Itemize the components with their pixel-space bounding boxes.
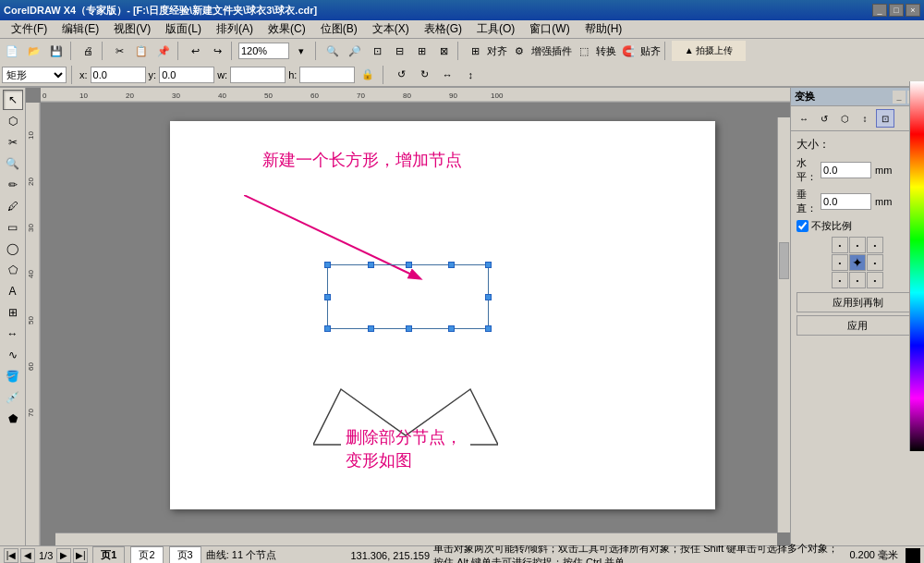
apply-again-button[interactable]: 应用到再制 <box>796 292 918 312</box>
tg-mr[interactable]: • <box>867 254 883 271</box>
open-button[interactable]: 📂 <box>24 41 44 61</box>
smart-draw-tool[interactable]: 🖊 <box>3 196 23 216</box>
zoom-dropdown[interactable]: ▾ <box>291 41 311 61</box>
vertical-scrollbar[interactable] <box>777 117 790 532</box>
connector-tool[interactable]: ∿ <box>3 345 23 365</box>
color-swatch <box>906 548 920 563</box>
tg-bl[interactable]: • <box>832 272 848 288</box>
undo-button[interactable]: ↩ <box>185 41 205 61</box>
scrollbar-thumb[interactable] <box>779 242 789 279</box>
last-page-btn[interactable]: ▶| <box>73 548 88 563</box>
prev-page-btn[interactable]: ◀ <box>20 548 35 563</box>
interactive-tool[interactable]: ⬟ <box>3 409 23 429</box>
tg-tr[interactable]: • <box>867 237 883 253</box>
paste-button[interactable]: 📌 <box>153 41 174 61</box>
table-tool[interactable]: ⊞ <box>3 302 23 323</box>
cut-button[interactable]: ✂ <box>109 41 129 61</box>
menu-arrange[interactable]: 排列(A) <box>209 19 261 39</box>
shape-tool[interactable]: ⬡ <box>3 111 23 131</box>
fit-width-button[interactable]: ⊟ <box>389 41 409 61</box>
panel-collapse-btn[interactable]: _ <box>893 91 906 104</box>
flip-h-btn[interactable]: ↔ <box>437 65 457 85</box>
restore-button[interactable]: □ <box>889 4 904 17</box>
flip-v-btn[interactable]: ↕ <box>460 65 480 85</box>
canvas-area[interactable]: 0 10 20 30 40 50 60 70 80 90 100 <box>26 88 790 545</box>
shape-type-select[interactable]: 矩形 <box>2 67 67 83</box>
zoom-tool[interactable]: 🔍 <box>3 153 23 174</box>
horizontal-scrollbar[interactable] <box>55 532 777 545</box>
tg-tm[interactable]: • <box>849 237 866 253</box>
zoom-out-button[interactable]: 🔎 <box>345 41 365 61</box>
fit-page-button[interactable]: ⊡ <box>367 41 387 61</box>
transform-btn[interactable]: ⬚ <box>574 41 594 61</box>
menu-table[interactable]: 表格(G) <box>417 19 469 39</box>
tg-center[interactable]: ✦ <box>849 254 866 271</box>
menu-edit[interactable]: 编辑(E) <box>55 19 106 39</box>
select-tool[interactable]: ↖ <box>3 90 23 110</box>
no-scale-checkbox[interactable] <box>796 220 808 232</box>
page-tab-2[interactable]: 页2 <box>130 546 163 563</box>
menu-file[interactable]: 文件(F) <box>4 19 55 39</box>
rotate-right-btn[interactable]: ↻ <box>414 65 434 85</box>
text-tool[interactable]: A <box>3 281 23 301</box>
rotate-left-btn[interactable]: ↺ <box>391 65 411 85</box>
panel-move-icon[interactable]: ↔ <box>795 109 813 128</box>
fill-tool[interactable]: 🪣 <box>3 366 23 386</box>
panel-scale-icon[interactable]: ⬡ <box>835 109 854 128</box>
tg-bm[interactable]: • <box>849 272 866 288</box>
save-button[interactable]: 💾 <box>46 41 67 61</box>
menu-layout[interactable]: 版面(L) <box>158 19 209 39</box>
snap-btn[interactable]: 🧲 <box>618 41 638 61</box>
rect-tool[interactable]: ▭ <box>3 217 23 238</box>
zoom-input[interactable]: 120% <box>238 43 289 59</box>
eyedropper-tool[interactable]: 💉 <box>3 387 23 408</box>
dimension-tool[interactable]: ↔ <box>3 324 23 344</box>
zoom-in-button[interactable]: 🔍 <box>322 41 343 61</box>
curve-info: 曲线: 11 个节点 <box>206 548 344 562</box>
h-input[interactable]: 0.0 <box>821 162 871 178</box>
page-tab-3[interactable]: 页3 <box>169 546 201 563</box>
v-input[interactable]: 0.0 <box>821 193 871 210</box>
polygon-tool[interactable]: ⬠ <box>3 260 23 280</box>
page-tab-1[interactable]: 页1 <box>92 546 125 563</box>
node-tm <box>406 262 412 268</box>
tg-ml[interactable]: • <box>832 254 848 271</box>
panel-mirror-icon[interactable]: ↕ <box>856 109 874 128</box>
minimize-button[interactable]: _ <box>872 4 887 17</box>
new-button[interactable]: 📄 <box>2 41 22 61</box>
lock-aspect-btn[interactable]: 🔒 <box>358 65 378 85</box>
x-coord-input[interactable] <box>91 67 146 83</box>
menu-window[interactable]: 窗口(W) <box>522 19 577 39</box>
menu-help[interactable]: 帮助(H) <box>578 19 630 39</box>
print-button[interactable]: 🖨 <box>78 41 98 61</box>
menu-view[interactable]: 视图(V) <box>106 19 158 39</box>
y-coord-input[interactable] <box>159 67 214 83</box>
panel-size-icon[interactable]: ⊡ <box>876 109 894 128</box>
actual-size-button[interactable]: ⊠ <box>433 41 454 61</box>
align-grid-button[interactable]: ⊞ <box>465 41 485 61</box>
menu-text[interactable]: 文本(X) <box>365 19 417 39</box>
menu-bitmap[interactable]: 位图(B) <box>313 19 365 39</box>
next-page-btn[interactable]: ▶ <box>56 548 71 563</box>
canvas-inner[interactable]: 新建一个长方形，增加节点 <box>41 103 790 545</box>
copy-button[interactable]: 📋 <box>131 41 152 61</box>
menu-tools[interactable]: 工具(O) <box>469 19 522 39</box>
upload-button[interactable]: ▲ 拍摄上传 <box>672 41 746 61</box>
panel-rotate-icon[interactable]: ↺ <box>815 109 833 128</box>
node-bl <box>324 325 331 332</box>
height-input[interactable] <box>299 67 355 83</box>
tg-br[interactable]: • <box>867 272 883 288</box>
enhance-button[interactable]: ⚙ <box>509 41 529 61</box>
zoom-all-button[interactable]: ⊞ <box>411 41 432 61</box>
color-strip[interactable] <box>909 81 924 451</box>
first-page-btn[interactable]: |◀ <box>4 548 18 563</box>
crop-tool[interactable]: ✂ <box>3 132 23 153</box>
ellipse-tool[interactable]: ◯ <box>3 239 23 259</box>
menu-effects[interactable]: 效果(C) <box>261 19 313 39</box>
apply-button[interactable]: 应用 <box>796 315 918 336</box>
close-button[interactable]: × <box>906 4 920 17</box>
tg-tl[interactable]: • <box>832 237 848 253</box>
freehand-tool[interactable]: ✏ <box>3 175 23 195</box>
redo-button[interactable]: ↪ <box>207 41 227 61</box>
width-input[interactable] <box>230 67 286 83</box>
